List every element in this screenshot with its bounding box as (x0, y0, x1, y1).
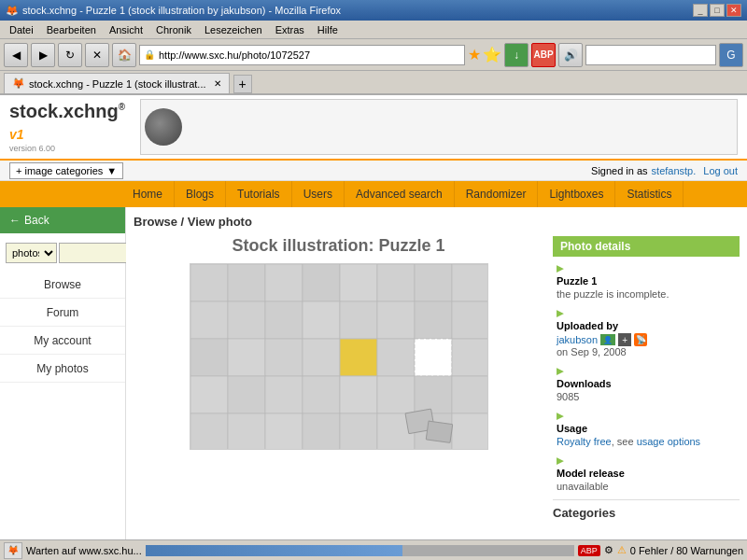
usage-options-link[interactable]: usage options (637, 436, 701, 447)
star-icon: ⚙ (604, 544, 613, 556)
user-icon: 👤 (600, 334, 615, 345)
photo-description: the puzzle is incomplete. (557, 288, 736, 300)
menu-extras[interactable]: Extras (270, 22, 310, 37)
adblock-badge: ABP (578, 545, 600, 556)
breadcrumb: Browse / View photo (134, 215, 740, 229)
svg-rect-7 (377, 264, 415, 301)
menu-chronik[interactable]: Chronik (150, 22, 197, 37)
menu-hilfe[interactable]: Hilfe (312, 22, 344, 37)
bullet-icon-2: ▸ (557, 305, 563, 320)
back-button-sidebar[interactable]: ← Back (0, 207, 125, 233)
nav-blogs[interactable]: Blogs (175, 181, 226, 207)
logout-link[interactable]: Log out (703, 165, 738, 176)
site-logo: stock.xchng® v1 (9, 101, 131, 144)
svg-rect-29 (303, 376, 340, 413)
audio-button[interactable]: 🔊 (558, 43, 583, 67)
svg-rect-34 (190, 413, 228, 450)
title-bar: 🦊 stock.xchng - Puzzle 1 (stock illustra… (0, 0, 747, 21)
back-button[interactable]: ◀ (4, 43, 28, 67)
stop-button[interactable]: ✕ (85, 43, 109, 67)
model-release-label: Model release (557, 468, 736, 479)
nav-statistics[interactable]: Statistics (615, 181, 684, 207)
downloads-label: Downloads (557, 378, 736, 389)
tab-close-icon[interactable]: ✕ (214, 78, 221, 89)
loading-text: Warten auf www.sxc.hu... (26, 545, 142, 556)
svg-rect-43 (426, 421, 453, 442)
svg-rect-35 (228, 413, 265, 450)
uploader-link[interactable]: jakubson (557, 334, 598, 345)
nav-lightboxes[interactable]: Lightboxes (538, 181, 615, 207)
svg-rect-20 (265, 339, 303, 376)
back-label: Back (24, 214, 49, 227)
download-button[interactable]: ↓ (504, 43, 529, 67)
photo-title: Stock illustration: Puzzle 1 (232, 236, 444, 256)
username-link[interactable]: stefanstp. (652, 165, 697, 176)
close-button[interactable]: ✕ (726, 4, 741, 17)
adblock-button[interactable]: ABP (531, 43, 556, 67)
rss-icon: 📡 (634, 333, 647, 346)
usage-section: ▸ Usage Royalty free, see usage options (553, 408, 740, 447)
svg-rect-15 (377, 301, 415, 339)
menu-lesezeichen[interactable]: Lesezeichen (199, 22, 268, 37)
photo-details-panel: Photo details ▸ Puzzle 1 the puzzle is i… (553, 236, 740, 520)
version-text: version 6.00 (9, 144, 131, 153)
search-box[interactable] (585, 45, 716, 65)
photo-view-area: Stock illustration: Puzzle 1 (134, 236, 740, 520)
browser-content: stock.xchng® v1 version 6.00 + image cat… (0, 95, 747, 539)
svg-rect-28 (265, 376, 303, 413)
logo-version: v1 (9, 127, 24, 142)
svg-rect-37 (303, 413, 340, 450)
address-input[interactable] (159, 49, 460, 61)
search-input[interactable] (590, 49, 712, 61)
categories-title: Categories (553, 506, 740, 520)
category-dropdown[interactable]: + image categories ▼ (9, 162, 123, 179)
home-button[interactable]: 🏠 (112, 43, 136, 67)
progress-fill (146, 545, 402, 556)
category-label: + image categories (16, 165, 103, 176)
downloads-section: ▸ Downloads 9085 (553, 363, 740, 402)
svg-rect-32 (415, 376, 452, 413)
menu-ansicht[interactable]: Ansicht (104, 22, 148, 37)
tab-bar: 🦊 stock.xchng - Puzzle 1 (stock illustra… (0, 71, 747, 95)
royalty-free-link[interactable]: Royalty free (557, 436, 612, 447)
add-tab-button[interactable]: + (233, 75, 252, 93)
svg-rect-8 (415, 264, 452, 301)
nav-advanced-search[interactable]: Advanced search (345, 181, 455, 207)
minimize-button[interactable]: _ (693, 4, 708, 17)
svg-rect-13 (303, 301, 340, 339)
svg-rect-24 (415, 339, 452, 376)
address-bar[interactable]: 🔒 (139, 45, 465, 65)
sidebar-browse[interactable]: Browse (0, 271, 125, 299)
signed-in-text: Signed in as (591, 165, 648, 176)
svg-rect-4 (265, 264, 303, 301)
svg-rect-21 (303, 339, 340, 376)
menu-bearbeiten[interactable]: Bearbeiten (41, 22, 102, 37)
signed-in-bar: + image categories ▼ Signed in as stefan… (0, 161, 747, 181)
search-go-button[interactable]: G (719, 43, 743, 67)
svg-rect-25 (452, 339, 488, 376)
toolbar: ◀ ▶ ↻ ✕ 🏠 🔒 ★ ⭐ ↓ ABP 🔊 G (0, 39, 747, 71)
reload-button[interactable]: ↻ (58, 43, 82, 67)
nav-tutorials[interactable]: Tutorials (226, 181, 292, 207)
nav-users[interactable]: Users (292, 181, 345, 207)
forward-button[interactable]: ▶ (31, 43, 55, 67)
sidebar-my-account[interactable]: My account (0, 327, 125, 355)
sidebar-my-photos[interactable]: My photos (0, 355, 125, 383)
svg-rect-6 (340, 264, 377, 301)
nav-home[interactable]: Home (121, 181, 175, 207)
dropdown-arrow-icon: ▼ (106, 165, 117, 176)
svg-rect-33 (452, 376, 488, 413)
maximize-button[interactable]: □ (710, 4, 725, 17)
window-title: stock.xchng - Puzzle 1 (stock illustrati… (22, 5, 341, 16)
menu-datei[interactable]: Datei (4, 22, 39, 37)
menu-bar: Datei Bearbeiten Ansicht Chronik Lesezei… (0, 21, 747, 39)
nav-randomizer[interactable]: Randomizer (455, 181, 539, 207)
photo-name: Puzzle 1 (557, 275, 736, 287)
svg-rect-2 (190, 264, 228, 301)
active-tab[interactable]: 🦊 stock.xchng - Puzzle 1 (stock illustra… (4, 73, 230, 93)
uploaded-by-section: ▸ Uploaded by jakubson 👤 + 📡 on Sep 9, 2… (553, 305, 740, 357)
sidebar-forum[interactable]: Forum (0, 299, 125, 327)
search-type-select[interactable]: photos (6, 243, 57, 263)
header-image (145, 108, 182, 146)
tab-label: stock.xchng - Puzzle 1 (stock illustrat.… (29, 78, 206, 90)
